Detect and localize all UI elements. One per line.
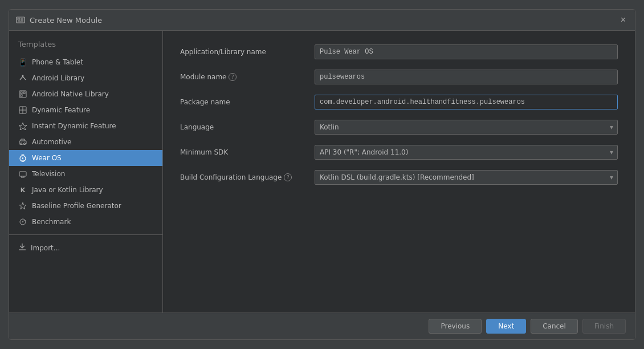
module-name-input[interactable]	[315, 70, 618, 84]
sidebar-item-java-kotlin-library[interactable]: K Java or Kotlin Library	[9, 182, 162, 198]
close-button[interactable]: ×	[618, 14, 628, 26]
svg-marker-26	[19, 202, 26, 209]
instant-dynamic-feature-icon	[18, 121, 27, 131]
sidebar-item-label: Instant Dynamic Feature	[32, 122, 116, 130]
sidebar-item-instant-dynamic-feature[interactable]: Instant Dynamic Feature	[9, 118, 162, 134]
app-name-control	[315, 44, 618, 59]
android-library-icon	[18, 74, 27, 83]
min-sdk-label: Minimum SDK	[180, 148, 305, 156]
sidebar: Templates 📱 Phone & Tablet Android Libra…	[9, 31, 163, 313]
min-sdk-row: Minimum SDK API 30 ("R"; Android 11.0) A…	[180, 145, 618, 160]
language-select-wrapper: Kotlin Java	[315, 120, 618, 135]
svg-rect-18	[22, 155, 24, 156]
sidebar-item-wear-os[interactable]: Wear OS	[9, 150, 162, 166]
app-name-label: Application/Library name	[180, 48, 305, 56]
package-name-label: Package name	[180, 98, 305, 106]
build-config-select[interactable]: Kotlin DSL (build.gradle.kts) [Recommend…	[315, 170, 618, 185]
sidebar-divider	[9, 234, 162, 235]
sidebar-item-label: Television	[32, 170, 65, 178]
app-name-input[interactable]	[315, 44, 618, 59]
java-kotlin-icon: K	[18, 185, 27, 194]
sidebar-item-label: Android Library	[32, 74, 84, 82]
title-left: Create New Module	[16, 15, 102, 25]
svg-point-16	[24, 143, 26, 145]
sidebar-item-baseline-profile[interactable]: Baseline Profile Generator	[9, 198, 162, 214]
sidebar-item-label: Automotive	[32, 138, 71, 146]
build-config-help-icon[interactable]: ?	[284, 173, 292, 181]
sidebar-item-android-native-library[interactable]: Android Native Library	[9, 86, 162, 102]
module-icon	[16, 15, 25, 25]
package-name-row: Package name	[180, 95, 618, 109]
dialog-titlebar: Create New Module ×	[9, 10, 635, 31]
sidebar-item-label: Benchmark	[32, 218, 71, 226]
dialog-title: Create New Module	[30, 16, 102, 25]
module-name-label: Module name ?	[180, 73, 305, 81]
import-label: Import...	[31, 244, 60, 252]
sidebar-item-android-library[interactable]: Android Library	[9, 70, 162, 86]
sidebar-item-label: Dynamic Feature	[32, 106, 90, 114]
sidebar-item-phone-tablet[interactable]: 📱 Phone & Tablet	[9, 54, 162, 70]
sidebar-item-label: Android Native Library	[32, 90, 109, 98]
package-name-input[interactable]	[315, 95, 618, 109]
automotive-icon	[18, 137, 27, 147]
language-label: Language	[180, 123, 305, 131]
svg-rect-7	[21, 92, 22, 94]
app-name-row: Application/Library name	[180, 44, 618, 59]
min-sdk-select-wrapper: API 30 ("R"; Android 11.0) API 29 ("Q"; …	[315, 145, 618, 160]
sidebar-item-label: Phone & Tablet	[32, 58, 83, 66]
build-config-row: Build Configuration Language ? Kotlin DS…	[180, 170, 618, 185]
sidebar-section-label: Templates	[9, 36, 162, 54]
baseline-profile-icon	[18, 201, 27, 210]
sidebar-item-benchmark[interactable]: Benchmark	[9, 214, 162, 230]
svg-rect-1	[18, 18, 20, 20]
svg-point-28	[22, 221, 23, 222]
sidebar-import[interactable]: Import...	[9, 240, 162, 256]
main-content: Application/Library name Module name ? P…	[163, 31, 635, 313]
next-button[interactable]: Next	[486, 319, 526, 334]
sidebar-item-dynamic-feature[interactable]: Dynamic Feature	[9, 102, 162, 118]
sidebar-item-label: Wear OS	[32, 154, 62, 162]
dialog-footer: Previous Next Cancel Finish	[9, 313, 635, 339]
language-select[interactable]: Kotlin Java	[315, 120, 618, 135]
create-module-dialog: Create New Module × Templates 📱 Phone & …	[9, 9, 635, 340]
sidebar-item-label: Java or Kotlin Library	[32, 186, 103, 194]
language-row: Language Kotlin Java	[180, 120, 618, 135]
svg-rect-8	[23, 92, 25, 94]
previous-button[interactable]: Previous	[429, 319, 482, 334]
svg-point-5	[22, 75, 24, 77]
svg-rect-22	[19, 172, 26, 176]
import-icon	[18, 243, 26, 253]
module-name-row: Module name ?	[180, 70, 618, 84]
finish-button[interactable]: Finish	[582, 319, 626, 334]
build-config-select-wrapper: Kotlin DSL (build.gradle.kts) [Recommend…	[315, 170, 618, 185]
native-library-icon	[18, 90, 27, 99]
min-sdk-select[interactable]: API 30 ("R"; Android 11.0) API 29 ("Q"; …	[315, 145, 618, 160]
module-name-control	[315, 70, 618, 84]
wear-os-icon	[18, 153, 27, 163]
svg-rect-9	[21, 95, 22, 96]
benchmark-icon	[18, 217, 27, 226]
svg-marker-13	[19, 123, 27, 130]
sidebar-item-television[interactable]: Television	[9, 166, 162, 182]
svg-point-15	[21, 143, 22, 145]
sidebar-item-label: Baseline Profile Generator	[32, 202, 121, 210]
television-icon	[18, 169, 27, 178]
phone-tablet-icon: 📱	[18, 58, 27, 67]
dynamic-feature-icon	[18, 105, 27, 115]
sidebar-item-automotive[interactable]: Automotive	[9, 134, 162, 150]
package-name-control	[315, 95, 618, 109]
dialog-body: Templates 📱 Phone & Tablet Android Libra…	[9, 31, 635, 313]
svg-rect-19	[22, 160, 24, 161]
module-name-help-icon[interactable]: ?	[229, 73, 237, 81]
build-config-label: Build Configuration Language ?	[180, 173, 305, 181]
cancel-button[interactable]: Cancel	[531, 319, 578, 334]
